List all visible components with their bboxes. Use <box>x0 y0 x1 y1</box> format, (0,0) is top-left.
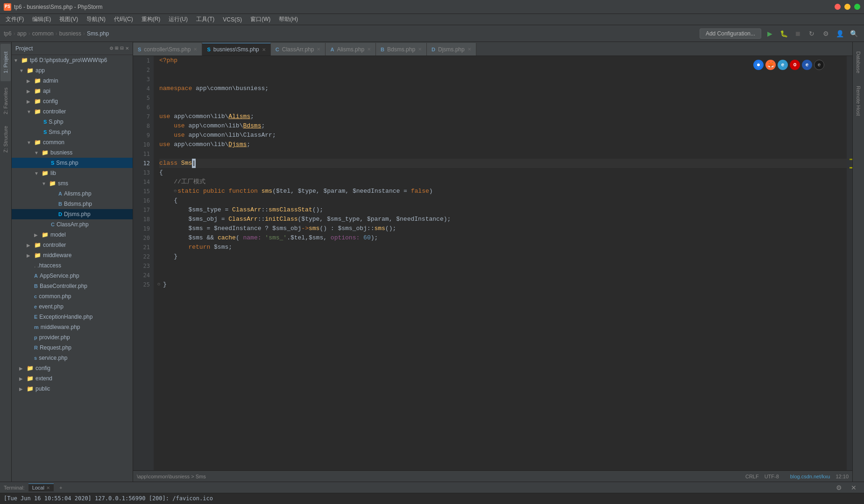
tab-bdsms[interactable]: B Bdsms.php ✕ <box>376 43 427 56</box>
structure-panel-tab[interactable]: Z: Structure <box>0 120 11 158</box>
encoding-status[interactable]: CRLF <box>745 474 759 479</box>
menu-item-vcss[interactable]: VCS(S) <box>219 15 246 24</box>
tree-sms-busniess[interactable]: S Sms.php <box>12 158 133 168</box>
settings-button[interactable]: ⚙ <box>819 27 832 40</box>
tree-admin[interactable]: ▶ 📁 admin <box>12 76 133 86</box>
tree-common[interactable]: ▼ 📁 common <box>12 137 133 147</box>
menu-item-t[interactable]: 工具(T) <box>192 14 218 24</box>
tree-classarr[interactable]: C ClassArr.php <box>12 219 133 230</box>
minimize-btn[interactable] <box>844 4 850 10</box>
sidebar-settings-icon[interactable]: ⚙ <box>110 45 113 52</box>
tree-djsms[interactable]: D Djsms.php <box>12 209 133 219</box>
terminal-close-panel-icon[interactable]: ✕ <box>847 481 860 494</box>
tree-config-root[interactable]: ▶ 📁 config <box>12 363 133 373</box>
code-content[interactable]: <?php namespace app\common\busniess; use… <box>154 56 847 470</box>
tab-close-busniess-sms[interactable]: ✕ <box>262 47 266 52</box>
project-panel-tab[interactable]: 1: Project <box>0 44 11 81</box>
maximize-btn[interactable] <box>854 4 860 10</box>
tab-djsms[interactable]: D Djsms.php ✕ <box>427 43 476 56</box>
ie-icon[interactable]: e <box>778 60 788 70</box>
tree-exception[interactable]: E ExceptionHandle.php <box>12 312 133 322</box>
tab-controller-sms[interactable]: S controller\Sms.php ✕ <box>133 43 202 56</box>
tree-root[interactable]: ▼ 📁 tp6 D:\phpstudy_pro\WWW\tp6 <box>12 55 133 65</box>
status-bar: \app\common\busniess > Sms CRLF UTF-8 bl… <box>133 470 852 482</box>
tree-controller[interactable]: ▼ 📁 controller <box>12 106 133 117</box>
tree-s-php[interactable]: S S.php <box>12 117 133 127</box>
menu-item-f[interactable]: 文件(F) <box>2 14 28 24</box>
terminal-tab-local[interactable]: Local ✕ <box>28 483 54 491</box>
tree-public[interactable]: ▶ 📁 public <box>12 384 133 394</box>
firefox-icon[interactable]: 🦊 <box>765 60 776 70</box>
tree-common-php[interactable]: c common.php <box>12 291 133 301</box>
debug-button[interactable]: 🐛 <box>777 27 790 40</box>
tree-extend[interactable]: ▶ 📁 extend <box>12 373 133 384</box>
tree-alisms[interactable]: A Alisms.php <box>12 189 133 199</box>
menu-item-r[interactable]: 重构(R) <box>138 14 164 24</box>
tree-controller2[interactable]: ▶ 📁 controller <box>12 240 133 250</box>
tab-close-alisms[interactable]: ✕ <box>367 47 371 52</box>
code-line-12: class Sms| <box>159 159 847 168</box>
code-line-24 <box>159 271 847 280</box>
database-panel-tab[interactable]: Database <box>853 44 864 81</box>
breadcrumb-tp6[interactable]: tp6 <box>4 30 12 37</box>
tree-sms-controller[interactable]: S Sms.php <box>12 127 133 137</box>
tree-basecontroller[interactable]: B BaseController.php <box>12 281 133 291</box>
tree-provider[interactable]: p provider.php <box>12 332 133 343</box>
breadcrumb-busniess[interactable]: busniess <box>59 30 81 37</box>
menu-item-v[interactable]: 视图(V) <box>56 14 82 24</box>
tree-busniess[interactable]: ▼ 📁 busniess <box>12 147 133 158</box>
stop-button[interactable]: ⏹ <box>791 27 804 40</box>
browser6-icon[interactable]: e <box>814 60 824 70</box>
search-everywhere-button[interactable]: 🔍 <box>847 27 860 40</box>
tab-alisms[interactable]: A Alisms.php ✕ <box>326 43 376 56</box>
add-configuration-button[interactable]: Add Configuration... <box>700 28 761 39</box>
tree-appservice[interactable]: A AppService.php <box>12 271 133 281</box>
tree-sms-folder[interactable]: ▼ 📁 sms <box>12 178 133 189</box>
tab-close-djsms[interactable]: ✕ <box>467 47 471 52</box>
menu-item-h[interactable]: 帮助(H) <box>275 14 302 24</box>
tree-bdsms[interactable]: B Bdsms.php <box>12 199 133 209</box>
chrome-icon[interactable] <box>753 60 764 70</box>
sidebar-collapse-icon[interactable]: ⊟ <box>120 45 124 52</box>
terminal-add-tab[interactable]: + <box>56 484 66 491</box>
favorites-panel-tab[interactable]: 2: Favorites <box>0 82 11 119</box>
tree-service[interactable]: s service.php <box>12 353 133 363</box>
tab-close-controller-sms[interactable]: ✕ <box>193 47 197 52</box>
run-button[interactable]: ▶ <box>763 27 776 40</box>
menu-item-e[interactable]: 编辑(E) <box>28 14 55 24</box>
tab-close-classarr[interactable]: ✕ <box>317 47 320 52</box>
tab-busniess-sms[interactable]: S busniess\Sms.php ✕ <box>202 43 270 56</box>
tree-htaccess[interactable]: . .htaccess <box>12 260 133 271</box>
menu-item-w[interactable]: 窗口(W) <box>247 14 274 24</box>
remote-host-panel-tab[interactable]: Remote Host <box>853 82 864 119</box>
terminal-content[interactable]: [Tue Jun 16 10:55:04 2020] 127.0.0.1:569… <box>0 493 864 504</box>
sidebar-expand-icon[interactable]: ⊞ <box>115 45 118 52</box>
edge-icon[interactable]: e <box>802 60 812 70</box>
tree-request[interactable]: R Request.php <box>12 343 133 353</box>
menu-item-n[interactable]: 导航(N) <box>83 14 109 24</box>
terminal-settings-icon[interactable]: ⚙ <box>832 481 845 494</box>
csdn-link[interactable]: blog.csdn.net/kxu <box>790 474 830 479</box>
code-editor[interactable]: 1 2 3 4 5 6 7 8 9 10 11 12 13 14 15 16 1… <box>133 56 852 470</box>
terminal-close-icon[interactable]: ✕ <box>46 485 50 490</box>
charset-status[interactable]: UTF-8 <box>765 474 779 479</box>
breadcrumb-app[interactable]: app <box>17 30 27 37</box>
tree-app[interactable]: ▼ 📁 app <box>12 65 133 76</box>
tree-middleware-php[interactable]: m middleware.php <box>12 322 133 332</box>
tree-middleware[interactable]: ▶ 📁 middleware <box>12 250 133 260</box>
menu-item-u[interactable]: 运行(U) <box>165 14 191 24</box>
tree-api[interactable]: ▶ 📁 api <box>12 86 133 96</box>
profile-button[interactable]: 👤 <box>833 27 846 40</box>
breadcrumb-common[interactable]: common <box>32 30 54 37</box>
tree-event[interactable]: e event.php <box>12 301 133 312</box>
tree-model[interactable]: ▶ 📁 model <box>12 230 133 240</box>
refresh-button[interactable]: ↻ <box>805 27 818 40</box>
sidebar-close-icon[interactable]: ✕ <box>126 45 129 52</box>
tree-lib[interactable]: ▼ 📁 lib <box>12 168 133 178</box>
opera-icon[interactable]: O <box>790 60 800 70</box>
close-btn[interactable] <box>835 4 841 10</box>
tab-close-bdsms[interactable]: ✕ <box>418 47 422 52</box>
tree-config-app[interactable]: ▶ 📁 config <box>12 96 133 106</box>
menu-item-c[interactable]: 代码(C) <box>110 14 137 24</box>
tab-classarr[interactable]: C ClassArr.php ✕ <box>271 43 326 56</box>
